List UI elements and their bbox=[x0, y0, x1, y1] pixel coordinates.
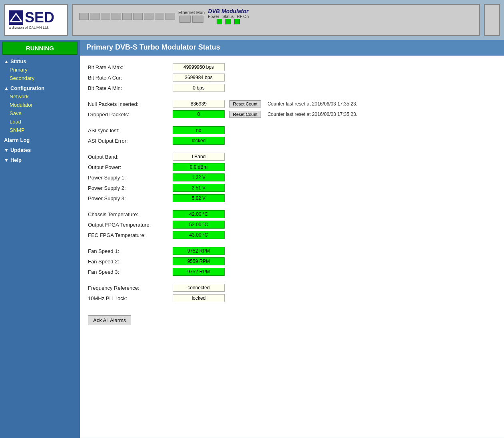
eth-btn-1 bbox=[179, 16, 191, 23]
sidebar-item-modulator[interactable]: Modulator bbox=[0, 101, 80, 109]
output-value-4: 5.02 V bbox=[173, 194, 225, 202]
sidebar: RUNNING ▲ Status Primary Secondary ▲ Con… bbox=[0, 40, 80, 438]
output-row-1: Output Power: 0.0 dBm bbox=[88, 162, 496, 172]
sidebar-item-configuration[interactable]: ▲ Configuration bbox=[0, 84, 80, 92]
output-row-0: Output Band: LBand bbox=[88, 151, 496, 162]
spacer-1 bbox=[88, 93, 496, 99]
sidebar-item-secondary[interactable]: Secondary bbox=[0, 74, 80, 82]
sidebar-item-save[interactable]: Save bbox=[0, 109, 80, 117]
updates-arrow-icon: ▼ bbox=[4, 147, 9, 153]
fan-value-1: 9559 RPM bbox=[173, 257, 225, 265]
temp-label-0: Chassis Temperature: bbox=[88, 211, 168, 217]
sidebar-help-section: ▼ Help bbox=[0, 155, 80, 165]
content-area: Primary DVB-S Turbo Modulator Status Bit… bbox=[80, 40, 504, 438]
asi-row-1: ASI Output Error: locked bbox=[88, 135, 496, 146]
mod-btn-3[interactable] bbox=[101, 13, 110, 20]
asi-fields: ASI sync lost: no ASI Output Error: lock… bbox=[88, 125, 496, 146]
sidebar-item-status[interactable]: ▲ Status bbox=[0, 57, 80, 66]
freq-label-1: 10MHz PLL lock: bbox=[88, 295, 168, 301]
fan-row-2: Fan Speed 3: 9752 RPM bbox=[88, 267, 496, 277]
asi-label-0: ASI sync lost: bbox=[88, 127, 168, 133]
output-label-3: Power Supply 2: bbox=[88, 185, 168, 191]
sidebar-item-snmp[interactable]: SNMP bbox=[0, 126, 80, 134]
output-value-3: 2.51 V bbox=[173, 184, 225, 192]
page-title: Primary DVB-S Turbo Modulator Status bbox=[86, 43, 220, 51]
asi-row-0: ASI sync lost: no bbox=[88, 125, 496, 135]
output-label-4: Power Supply 3: bbox=[88, 195, 168, 201]
led-rfon bbox=[234, 19, 240, 24]
temp-row-0: Chassis Temperature: 42.00 °C bbox=[88, 209, 496, 219]
mod-btn-8[interactable] bbox=[155, 13, 164, 20]
eth-label: Ethernet Mon bbox=[178, 10, 205, 15]
indicator-lights bbox=[217, 19, 240, 24]
packet-fields: Null Packets Inserted: 836939 Reset Coun… bbox=[88, 99, 496, 119]
running-badge: RUNNING bbox=[2, 42, 78, 55]
fan-label-1: Fan Speed 2: bbox=[88, 259, 168, 265]
output-label-1: Output Power: bbox=[88, 164, 168, 170]
logo-sub: a division of CALIAN Ltd. bbox=[9, 26, 49, 30]
spacer-6 bbox=[88, 277, 496, 283]
fan-fields: Fan Speed 1: 9752 RPM Fan Speed 2: 9559 … bbox=[88, 246, 496, 277]
temp-label-1: Output FPGA Temperature: bbox=[88, 222, 168, 228]
logo-text: SED bbox=[9, 10, 54, 25]
output-fields: Output Band: LBand Output Power: 0.0 dBm… bbox=[88, 151, 496, 203]
packet-row-0: Null Packets Inserted: 836939 Reset Coun… bbox=[88, 99, 496, 109]
counter-text-1: Counter last reset at 2016/06/03 17:35:2… bbox=[267, 111, 357, 117]
sidebar-item-load[interactable]: Load bbox=[0, 117, 80, 126]
mod-btn-9[interactable] bbox=[165, 13, 175, 20]
mod-btn-6[interactable] bbox=[133, 13, 143, 20]
temp-value-1: 52.00 °C bbox=[173, 221, 225, 229]
help-arrow-icon: ▼ bbox=[4, 157, 9, 163]
fan-label-2: Fan Speed 3: bbox=[88, 269, 168, 275]
sidebar-status-section: ▲ Status Primary Secondary bbox=[0, 56, 80, 83]
mod-btn-7[interactable] bbox=[144, 13, 153, 20]
temp-row-2: FEC FPGA Temperature: 43.00 °C bbox=[88, 230, 496, 240]
temp-fields: Chassis Temperature: 42.00 °C Output FPG… bbox=[88, 209, 496, 240]
freq-row-0: Frequency Reference: connected bbox=[88, 283, 496, 293]
packet-value-0: 836939 bbox=[173, 100, 225, 108]
freq-value-1: locked bbox=[173, 294, 225, 302]
packet-row-1: Dropped Packets: 0 Reset CountCounter la… bbox=[88, 109, 496, 119]
module-buttons bbox=[79, 13, 175, 20]
led-power bbox=[217, 19, 222, 24]
right-panel bbox=[484, 4, 500, 36]
fan-value-0: 9752 RPM bbox=[173, 247, 225, 255]
counter-text-0: Counter last reset at 2016/06/03 17:35:2… bbox=[267, 101, 357, 107]
temp-value-0: 42.00 °C bbox=[173, 210, 225, 218]
output-value-2: 1.22 V bbox=[173, 173, 225, 181]
mod-btn-1[interactable] bbox=[79, 13, 89, 20]
fan-label-0: Fan Speed 1: bbox=[88, 248, 168, 254]
led-status bbox=[225, 19, 231, 24]
sidebar-item-network[interactable]: Network bbox=[0, 92, 80, 101]
logo-box: SED a division of CALIAN Ltd. bbox=[4, 4, 68, 36]
sidebar-item-primary[interactable]: Primary bbox=[0, 66, 80, 74]
spacer-5 bbox=[88, 240, 496, 246]
packet-label-1: Dropped Packets: bbox=[88, 111, 168, 117]
asi-value-0: no bbox=[173, 126, 225, 134]
output-row-4: Power Supply 3: 5.02 V bbox=[88, 193, 496, 203]
output-label-0: Output Band: bbox=[88, 154, 168, 160]
bitrate-row-1: Bit Rate A Cur: 3699984 bps bbox=[88, 72, 496, 83]
sidebar-item-alarm-log[interactable]: Alarm Log bbox=[0, 136, 80, 144]
mod-btn-2[interactable] bbox=[90, 13, 100, 20]
sidebar-updates-section: ▼ Updates bbox=[0, 145, 80, 155]
ack-all-alarms-button[interactable]: Ack All Alarms bbox=[88, 315, 131, 325]
device-panel: Ethernet Mon DVB Modulator Power Status … bbox=[72, 4, 480, 36]
logo-icon bbox=[9, 10, 23, 25]
temp-label-2: FEC FPGA Temperature: bbox=[88, 232, 168, 238]
bitrate-row-2: Bit Rate A Min: 0 bps bbox=[88, 83, 496, 93]
sidebar-item-updates[interactable]: ▼ Updates bbox=[0, 146, 80, 154]
spacer-4 bbox=[88, 203, 496, 209]
mod-btn-5[interactable] bbox=[122, 13, 132, 20]
bitrate-value-2: 0 bps bbox=[173, 84, 225, 92]
output-label-2: Power Supply 1: bbox=[88, 175, 168, 181]
reset-btn-0[interactable]: Reset Count bbox=[229, 100, 261, 108]
device-title: DVB Modulator bbox=[208, 8, 249, 14]
reset-btn-1[interactable]: Reset Count bbox=[229, 111, 261, 118]
content-body: Bit Rate A Max: 49999960 bps Bit Rate A … bbox=[80, 56, 504, 438]
sidebar-item-help[interactable]: ▼ Help bbox=[0, 156, 80, 164]
content-header: Primary DVB-S Turbo Modulator Status bbox=[80, 40, 504, 56]
spacer-3 bbox=[88, 146, 496, 151]
output-row-3: Power Supply 2: 2.51 V bbox=[88, 183, 496, 193]
mod-btn-4[interactable] bbox=[112, 13, 121, 20]
